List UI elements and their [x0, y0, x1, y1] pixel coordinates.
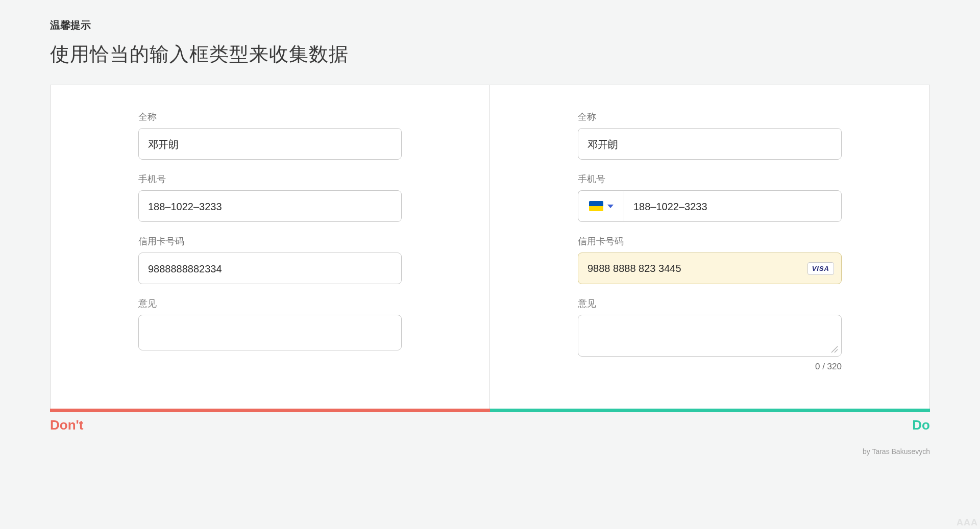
- creditcard-label: 信用卡号码: [138, 235, 402, 247]
- bar-do: [490, 409, 930, 412]
- page-title: 使用恰当的输入框类型来收集数据: [50, 41, 930, 67]
- fullname-label: 全称: [578, 111, 842, 123]
- char-counter: 0 / 320: [578, 362, 842, 372]
- chevron-down-icon: [607, 205, 614, 208]
- dont-do-bar: [50, 409, 930, 412]
- opinion-label: 意见: [138, 297, 402, 310]
- dont-do-labels: Don't Do: [50, 417, 930, 433]
- phone-label: 手机号: [138, 173, 402, 185]
- watermark: AAA: [957, 517, 978, 528]
- opinion-label: 意见: [578, 297, 842, 310]
- phone-combo-input: 188–1022–3233: [578, 190, 842, 222]
- tip-label: 温馨提示: [50, 18, 930, 32]
- fullname-label: 全称: [138, 111, 402, 123]
- phone-label: 手机号: [578, 173, 842, 185]
- country-select[interactable]: [578, 190, 624, 222]
- dont-label: Don't: [50, 417, 83, 433]
- panel-do: 全称 邓开朗 手机号 188–1022–3233 信用卡号码 9888 8888…: [490, 85, 929, 409]
- svg-line-1: [835, 349, 838, 352]
- panel-dont: 全称 邓开朗 手机号 188–1022–3233 信用卡号码 988888888…: [51, 85, 490, 409]
- creditcard-label: 信用卡号码: [578, 235, 842, 247]
- flag-ukraine-icon: [589, 201, 603, 211]
- opinion-input[interactable]: [138, 315, 402, 350]
- fullname-input[interactable]: 邓开朗: [138, 128, 402, 160]
- phone-input[interactable]: 188–1022–3233: [624, 190, 842, 222]
- phone-input[interactable]: 188–1022–3233: [138, 190, 402, 222]
- svg-line-0: [831, 346, 838, 352]
- creditcard-value: 9888 8888 823 3445: [587, 263, 681, 274]
- do-label: Do: [912, 417, 930, 433]
- credit-line: by Taras Bakusevych: [50, 447, 930, 456]
- fullname-input[interactable]: 邓开朗: [578, 128, 842, 160]
- comparison-panels: 全称 邓开朗 手机号 188–1022–3233 信用卡号码 988888888…: [50, 85, 930, 409]
- bar-dont: [50, 409, 490, 412]
- opinion-textarea[interactable]: [578, 315, 842, 357]
- visa-icon: VISA: [807, 262, 834, 275]
- creditcard-input[interactable]: 9888888882334: [138, 253, 402, 284]
- creditcard-input[interactable]: 9888 8888 823 3445 VISA: [578, 253, 842, 284]
- resize-handle-icon[interactable]: [830, 345, 838, 353]
